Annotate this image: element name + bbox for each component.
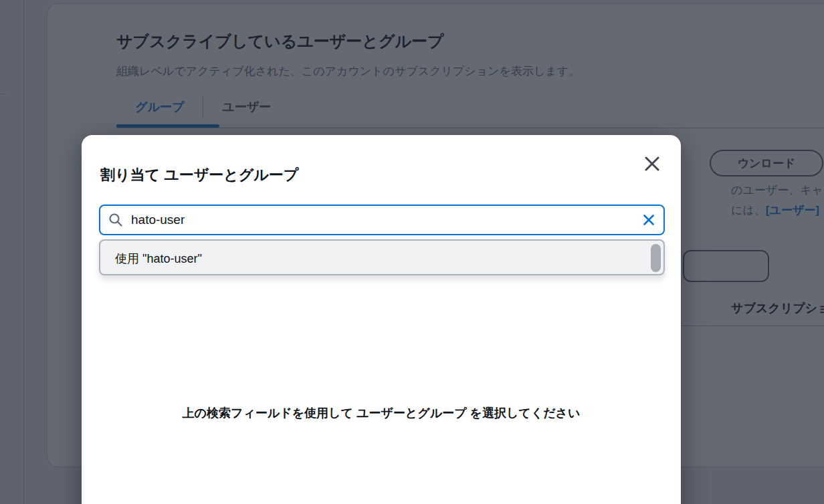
modal-title: 割り当て ユーザーとグループ xyxy=(100,165,298,185)
clear-x-icon xyxy=(642,219,655,229)
empty-state-message: 上の検索フィールドを使用して ユーザーとグループ を選択してください xyxy=(82,405,681,421)
search-field xyxy=(99,205,665,235)
close-icon xyxy=(641,167,663,177)
assign-users-groups-modal: 割り当て ユーザーとグループ 使用 "hato-u xyxy=(82,135,681,504)
suggestion-scrollbar-thumb[interactable] xyxy=(651,244,661,272)
use-value-suggestion[interactable]: 使用 "hato-user" xyxy=(99,239,665,275)
search-input[interactable] xyxy=(99,205,665,235)
suggestion-label: 使用 "hato-user" xyxy=(115,251,202,267)
clear-search-button[interactable] xyxy=(642,213,655,227)
modal-close-button[interactable] xyxy=(641,152,663,175)
